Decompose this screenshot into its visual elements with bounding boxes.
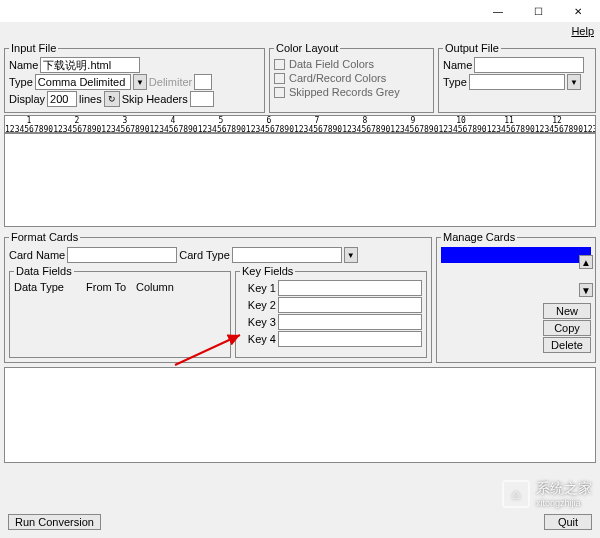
type-label: Type bbox=[9, 76, 33, 88]
new-button[interactable]: New bbox=[543, 303, 591, 319]
opt-data-colors: Data Field Colors bbox=[289, 58, 374, 70]
column-ruler: 123456789101112 123456789012345678901234… bbox=[4, 115, 596, 133]
output-file-name[interactable] bbox=[474, 57, 584, 73]
card-type-dropdown-icon[interactable]: ▼ bbox=[344, 247, 358, 263]
key-fields-group: Key Fields Key 1 Key 2 Key 3 Key 4 bbox=[235, 265, 427, 358]
card-type-label: Card Type bbox=[179, 249, 230, 261]
preview-area[interactable] bbox=[4, 133, 596, 227]
manage-cards-legend: Manage Cards bbox=[441, 231, 517, 243]
checkbox-data-colors[interactable] bbox=[274, 59, 285, 70]
opt-card-colors: Card/Record Colors bbox=[289, 72, 386, 84]
refresh-icon[interactable]: ↻ bbox=[104, 91, 120, 107]
format-cards-legend: Format Cards bbox=[9, 231, 80, 243]
data-fields-list[interactable] bbox=[14, 293, 226, 353]
data-fields-group: Data Fields Data Type From To Column bbox=[9, 265, 231, 358]
out-name-label: Name bbox=[443, 59, 472, 71]
type-dropdown-icon[interactable]: ▼ bbox=[133, 74, 147, 90]
key4-label: Key 4 bbox=[240, 333, 276, 345]
key4-input[interactable] bbox=[278, 331, 422, 347]
col-from-to: From To bbox=[86, 281, 136, 293]
input-file-group: Input File Name Type ▼ Delimiter Display… bbox=[4, 42, 265, 113]
watermark: ⌂ 系统之家 xitongzhijia bbox=[502, 480, 592, 508]
help-menu[interactable]: Help bbox=[571, 25, 594, 37]
delimiter-label: Delimiter bbox=[149, 76, 192, 88]
quit-button[interactable]: Quit bbox=[544, 514, 592, 530]
output-file-legend: Output File bbox=[443, 42, 501, 54]
opt-skipped-grey: Skipped Records Grey bbox=[289, 86, 400, 98]
col-data-type: Data Type bbox=[14, 281, 86, 293]
out-type-label: Type bbox=[443, 76, 467, 88]
watermark-text: 系统之家 bbox=[536, 480, 592, 498]
key3-input[interactable] bbox=[278, 314, 422, 330]
maximize-button[interactable]: ☐ bbox=[518, 1, 558, 21]
col-column: Column bbox=[136, 281, 186, 293]
card-type-input[interactable] bbox=[232, 247, 342, 263]
manage-cards-group: Manage Cards ▲ ▼ New Copy Delete bbox=[436, 231, 596, 363]
skip-headers-label: Skip Headers bbox=[122, 93, 188, 105]
delimiter-input bbox=[194, 74, 212, 90]
card-name-label: Card Name bbox=[9, 249, 65, 261]
manage-cards-list[interactable] bbox=[441, 247, 591, 263]
skip-headers-input[interactable] bbox=[190, 91, 214, 107]
titlebar: — ☐ ✕ bbox=[0, 0, 600, 22]
watermark-logo-icon: ⌂ bbox=[502, 480, 530, 508]
run-conversion-button[interactable]: Run Conversion bbox=[8, 514, 101, 530]
checkbox-card-colors[interactable] bbox=[274, 73, 285, 84]
menubar: Help bbox=[0, 22, 600, 40]
key2-input[interactable] bbox=[278, 297, 422, 313]
key-fields-legend: Key Fields bbox=[240, 265, 295, 277]
key3-label: Key 3 bbox=[240, 316, 276, 328]
scroll-up-icon[interactable]: ▲ bbox=[579, 255, 593, 269]
checkbox-skipped-grey[interactable] bbox=[274, 87, 285, 98]
ruler-ticks: 1234567890123456789012345678901234567890… bbox=[5, 125, 595, 133]
color-layout-legend: Color Layout bbox=[274, 42, 340, 54]
watermark-sub: xitongzhijia bbox=[536, 498, 592, 508]
delete-button[interactable]: Delete bbox=[543, 337, 591, 353]
out-type-dropdown-icon[interactable]: ▼ bbox=[567, 74, 581, 90]
key1-input[interactable] bbox=[278, 280, 422, 296]
close-button[interactable]: ✕ bbox=[558, 1, 598, 21]
key2-label: Key 2 bbox=[240, 299, 276, 311]
card-name-input[interactable] bbox=[67, 247, 177, 263]
input-file-name[interactable] bbox=[40, 57, 140, 73]
display-label: Display bbox=[9, 93, 45, 105]
key1-label: Key 1 bbox=[240, 282, 276, 294]
color-layout-group: Color Layout Data Field Colors Card/Reco… bbox=[269, 42, 434, 113]
minimize-button[interactable]: — bbox=[478, 1, 518, 21]
lines-label: lines bbox=[79, 93, 102, 105]
input-file-type[interactable] bbox=[35, 74, 131, 90]
display-lines-input[interactable] bbox=[47, 91, 77, 107]
result-area[interactable] bbox=[4, 367, 596, 463]
output-file-type[interactable] bbox=[469, 74, 565, 90]
format-cards-group: Format Cards Card Name Card Type ▼ Data … bbox=[4, 231, 432, 363]
copy-button[interactable]: Copy bbox=[543, 320, 591, 336]
scroll-down-icon[interactable]: ▼ bbox=[579, 283, 593, 297]
data-fields-legend: Data Fields bbox=[14, 265, 74, 277]
name-label: Name bbox=[9, 59, 38, 71]
output-file-group: Output File Name Type ▼ bbox=[438, 42, 596, 113]
input-file-legend: Input File bbox=[9, 42, 58, 54]
